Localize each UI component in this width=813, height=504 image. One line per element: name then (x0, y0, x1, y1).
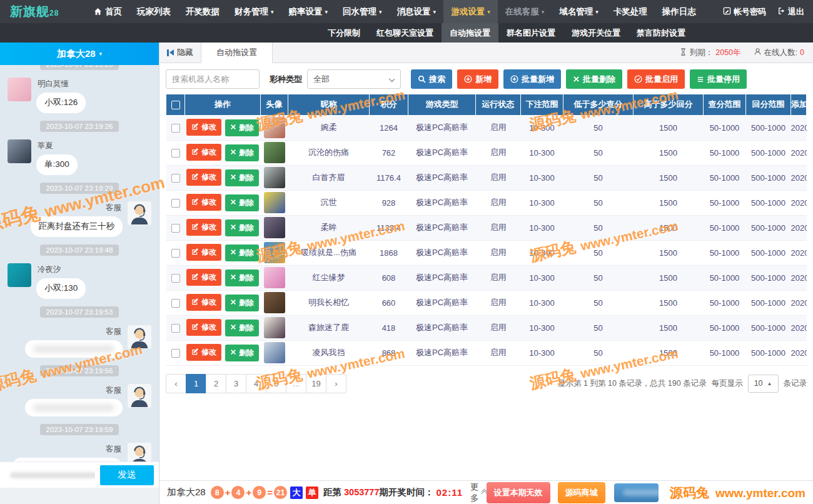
sub-nav-item[interactable]: 群名图片设置 (498, 23, 563, 43)
top-nav-item[interactable]: 首页 ▾ (86, 0, 129, 23)
page-button[interactable]: 4 (246, 374, 266, 393)
chevron-down-icon: ▾ (542, 9, 545, 15)
row-checkbox[interactable] (171, 249, 180, 258)
edit-icon (191, 123, 199, 132)
delete-button[interactable]: 删除 (225, 270, 259, 286)
delete-button[interactable]: 删除 (225, 194, 259, 211)
toolbar-button[interactable]: 批量删除 (566, 69, 622, 89)
top-nav-item[interactable]: 玩家列表 ▾ (129, 0, 178, 23)
top-nav-item[interactable]: 开奖数据 ▾ (178, 0, 227, 23)
row-checkbox[interactable] (171, 324, 180, 333)
invalidate-round-button[interactable]: 设置本期无效 (487, 482, 550, 503)
edit-button[interactable]: 修改 (186, 219, 221, 236)
more-button[interactable]: 更多 (470, 481, 487, 504)
delete-button[interactable]: 删除 (225, 320, 259, 336)
toolbar-button[interactable]: 新增 (457, 69, 498, 89)
current-game-label: 加拿大28 (167, 486, 206, 498)
top-nav-item[interactable]: 域名管理 ▾ (552, 0, 606, 23)
top-nav-item[interactable]: 游戏设置 ▾ (443, 0, 498, 23)
edit-button[interactable]: 修改 (186, 169, 221, 186)
select-all-checkbox[interactable] (171, 101, 180, 109)
edit-button[interactable]: 修改 (186, 269, 221, 286)
avatar (264, 342, 285, 363)
added-time-cell: 2020-06-11 14:42:12 (791, 140, 807, 165)
robot-search-input[interactable] (166, 69, 260, 89)
page-button[interactable]: 3 (226, 374, 246, 393)
sub-nav-item[interactable]: 红包聊天室设置 (368, 23, 442, 43)
send-button[interactable]: 发送 (100, 465, 154, 485)
edit-icon (191, 198, 199, 207)
delete-button[interactable]: 删除 (225, 169, 259, 186)
main-content: 彩种类型 全部 搜索 (159, 63, 813, 480)
edit-button[interactable]: 修改 (186, 144, 221, 161)
collapse-left-icon (167, 49, 174, 56)
top-nav-item[interactable]: 消息设置 ▾ (390, 0, 444, 23)
pencil-icon (723, 7, 731, 17)
delete-button[interactable]: 删除 (225, 144, 259, 161)
chat-message-list[interactable]: 2023-10-07 23:19:26 明白莫懂 小双:126 2023-10-… (0, 65, 159, 461)
page-button[interactable]: 5 (266, 374, 286, 393)
pager: ‹ 1 2 3 4 5 ... (166, 374, 346, 393)
edit-button[interactable]: 修改 (186, 344, 221, 361)
page-button[interactable]: › (326, 374, 346, 393)
lottery-type-select[interactable]: 全部 (307, 69, 401, 89)
chat-message-input[interactable] (5, 466, 95, 484)
row-checkbox[interactable] (171, 199, 180, 208)
row-checkbox[interactable] (171, 274, 180, 283)
sub-nav-item[interactable]: 禁言防封设置 (629, 23, 694, 43)
row-checkbox[interactable] (171, 224, 180, 233)
toolbar-button[interactable]: 批量新增 (503, 69, 561, 89)
hide-sidebar-button[interactable]: 隐藏 (159, 43, 201, 63)
countdown-timer: 02:11 (436, 487, 463, 498)
row-checkbox[interactable] (171, 124, 180, 133)
page-button[interactable]: 19 (306, 374, 326, 393)
high-back-cell: 1500 (634, 340, 704, 365)
row-checkbox[interactable] (171, 174, 180, 183)
top-nav-item[interactable]: 赔率设置 ▾ (281, 0, 336, 23)
delete-button[interactable]: 删除 (225, 219, 259, 236)
page-button[interactable]: ... (286, 374, 306, 393)
column-header: 回分范围 (746, 94, 791, 115)
blue-action-button[interactable] (614, 483, 659, 502)
sub-nav-item[interactable]: 自动拖设置 (442, 23, 498, 43)
per-page-select[interactable]: 10 ▲ (748, 375, 779, 393)
edit-button[interactable]: 修改 (186, 194, 221, 211)
delete-button[interactable]: 删除 (225, 295, 259, 311)
toolbar-button[interactable]: 搜索 (411, 69, 452, 89)
delete-button[interactable]: 删除 (225, 244, 259, 261)
edit-button[interactable]: 修改 (186, 244, 221, 261)
chat-room-title: 加拿大28 (57, 48, 96, 60)
source-shop-button[interactable]: 源码商城 (558, 482, 605, 503)
sub-nav-item[interactable]: 游戏开关位置 (563, 23, 629, 43)
page-button[interactable]: 2 (206, 374, 226, 393)
row-checkbox[interactable] (171, 349, 180, 358)
draw-sum: 21 (274, 486, 287, 499)
row-checkbox[interactable] (171, 149, 180, 158)
logout-button[interactable]: 退出 (777, 6, 804, 18)
added-time-cell: 2020-06-11 14:42:12 (791, 215, 807, 240)
page-button[interactable]: 1 (186, 374, 206, 393)
chevron-up-icon: ▲ (767, 381, 772, 386)
edit-button[interactable]: 修改 (186, 294, 221, 311)
toolbar-button[interactable]: 批量停用 (690, 69, 747, 89)
top-nav-item[interactable]: 在线客服 ▾ (498, 0, 552, 23)
edit-button[interactable]: 修改 (186, 319, 221, 336)
account-password-button[interactable]: 帐号密码 (723, 6, 766, 18)
top-nav-item[interactable]: 财务管理 ▾ (227, 0, 281, 23)
sender-name: 客服 (106, 385, 121, 396)
delete-button[interactable]: 删除 (225, 119, 259, 136)
sub-nav-item[interactable]: 下分限制 (320, 23, 368, 43)
plus-sign: + (225, 487, 231, 498)
top-nav-item[interactable]: 卡奖处理 ▾ (606, 0, 655, 23)
delete-button[interactable]: 删除 (225, 345, 259, 361)
row-checkbox[interactable] (171, 299, 180, 308)
toolbar-button[interactable]: 批量启用 (627, 69, 685, 89)
high-back-cell: 1500 (634, 190, 704, 215)
tab-auto-drag-settings[interactable]: 自动拖设置 (201, 43, 273, 63)
page-button[interactable]: ‹ (166, 374, 186, 393)
top-nav-item[interactable]: 回水管理 ▾ (335, 0, 390, 23)
chevron-down-icon: ▾ (325, 9, 328, 15)
chat-room-selector[interactable]: 加拿大28 ▾ (0, 43, 159, 65)
edit-button[interactable]: 修改 (186, 119, 221, 136)
top-nav-item[interactable]: 操作日志 ▾ (655, 0, 704, 23)
